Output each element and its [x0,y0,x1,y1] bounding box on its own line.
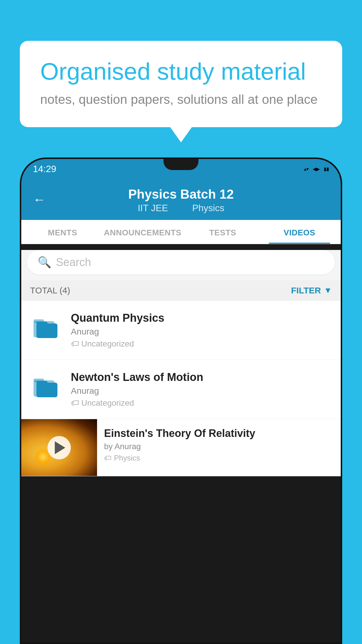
status-bar: 14:29 ▴▾ ◀▶ ▮▮ [21,159,341,179]
video-tag: 🏷 Uncategorized [71,339,332,349]
header-subtitle: IIT JEE Physics [133,203,228,214]
video-title: Einstein's Theory Of Relativity [104,427,334,440]
video-info: Einstein's Theory Of Relativity by Anura… [97,419,341,471]
subtitle-separator [179,203,184,213]
wifi-icon: ▴▾ [304,166,309,172]
battery-icon: ▮▮ [324,166,329,172]
video-title: Quantum Physics [71,312,332,324]
folder-icon [33,374,59,400]
svg-rect-7 [36,381,48,384]
tabs-bar: MENTS ANNOUNCEMENTS TESTS VIDEOS [21,220,341,244]
speech-bubble-wrapper: Organised study material notes, question… [20,41,342,127]
status-icons: ▴▾ ◀▶ ▮▮ [304,166,329,172]
tag-icon: 🏷 [71,398,79,408]
play-button[interactable] [48,436,71,459]
video-info: Newton's Laws of Motion Anurag 🏷 Uncateg… [71,371,332,408]
app-header: ← Physics Batch 12 IIT JEE Physics [21,179,341,220]
video-author: Anurag [71,327,332,337]
video-tag: 🏷 Uncategorized [71,398,332,408]
back-button[interactable]: ← [33,192,46,207]
filter-icon: ▼ [324,286,332,295]
tag-icon: 🏷 [104,454,112,463]
speech-bubble: Organised study material notes, question… [20,41,342,127]
folder-thumbnail [30,312,62,344]
tab-tests[interactable]: TESTS [184,220,261,244]
play-triangle-icon [55,441,65,454]
bubble-subtitle: notes, question papers, solutions all at… [40,92,322,107]
bubble-title: Organised study material [40,58,322,85]
folder-thumbnail [30,371,62,403]
video-list: Quantum Physics Anurag 🏷 Uncategorized [21,301,341,476]
tab-videos[interactable]: VIDEOS [261,220,338,244]
signal-icon: ◀▶ [313,166,320,172]
video-info: Quantum Physics Anurag 🏷 Uncategorized [71,312,332,349]
video-title: Newton's Laws of Motion [71,371,332,384]
video-tag: 🏷 Physics [104,454,334,463]
svg-rect-2 [36,323,57,338]
notch [164,159,198,170]
total-label: TOTAL (4) [30,286,70,295]
tag-icon: 🏷 [71,339,79,349]
status-time: 14:29 [33,164,56,174]
list-item[interactable]: Newton's Laws of Motion Anurag 🏷 Uncateg… [21,360,341,419]
list-item[interactable]: Einstein's Theory Of Relativity by Anura… [21,419,341,476]
search-icon: 🔍 [38,256,51,269]
filter-button[interactable]: FILTER ▼ [291,286,332,295]
search-placeholder: Search [56,256,91,269]
video-thumbnail [21,419,97,476]
content-area: 🔍 Search TOTAL (4) FILTER ▼ [21,250,341,476]
filter-row: TOTAL (4) FILTER ▼ [21,280,341,301]
phone-frame: 14:29 ▴▾ ◀▶ ▮▮ ← Physics Batch 12 IIT JE… [20,158,342,644]
subtitle-iit: IIT JEE [138,203,168,213]
filter-label: FILTER [291,286,321,295]
video-author: by Anurag [104,442,334,451]
tab-ments[interactable]: MENTS [24,220,101,244]
svg-rect-3 [36,322,48,325]
svg-rect-6 [36,383,57,397]
header-title: Physics Batch 12 [128,187,234,202]
folder-icon [33,315,59,341]
search-bar[interactable]: 🔍 Search [27,250,335,274]
video-author: Anurag [71,386,332,396]
list-item[interactable]: Quantum Physics Anurag 🏷 Uncategorized [21,301,341,360]
tab-announcements[interactable]: ANNOUNCEMENTS [101,220,184,244]
subtitle-physics: Physics [192,203,224,213]
